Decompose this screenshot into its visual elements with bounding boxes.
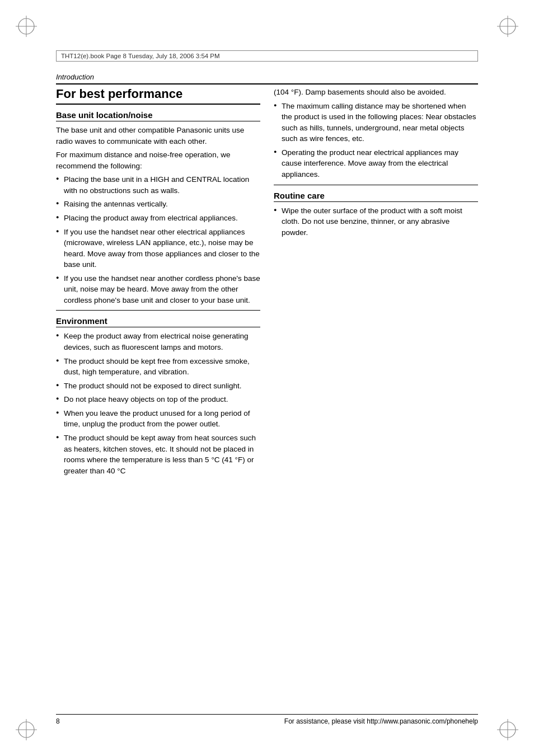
list-item: The product should be kept away from hea… <box>56 433 260 476</box>
list-item: Operating the product near electrical ap… <box>274 147 478 180</box>
corner-mark-tr <box>497 16 518 37</box>
list-item: When you leave the product unused for a … <box>56 408 260 430</box>
footer-page-num: 8 <box>56 717 60 725</box>
file-info-bar: THT12(e).book Page 8 Tuesday, July 18, 2… <box>56 50 478 62</box>
list-item: The product should not be exposed to dir… <box>56 381 260 392</box>
footer-url: For assistance, please visit http://www.… <box>284 717 478 725</box>
list-item: Placing the base unit in a HIGH and CENT… <box>56 174 260 196</box>
footer-bar: 8 For assistance, please visit http://ww… <box>56 714 478 725</box>
base-unit-intro2: For maximum distance and noise-free oper… <box>56 149 260 171</box>
right-column: (104 °F). Damp basements should also be … <box>274 87 478 700</box>
base-unit-bullet-list: Placing the base unit in a HIGH and CENT… <box>56 174 260 306</box>
corner-mark-br <box>497 719 518 740</box>
list-item: The product should be kept free from exc… <box>56 356 260 378</box>
file-info-text: THT12(e).book Page 8 Tuesday, July 18, 2… <box>61 53 220 59</box>
continued-text: (104 °F). Damp basements should also be … <box>274 87 478 98</box>
corner-mark-tl <box>16 16 37 37</box>
list-item: Do not place heavy objects on top of the… <box>56 394 260 405</box>
base-unit-intro1: The base unit and other compatible Panas… <box>56 125 260 147</box>
routine-care-bullet-list: Wipe the outer surface of the product wi… <box>274 205 478 238</box>
section-label-bar: Introduction <box>56 73 478 84</box>
routine-care-heading: Routine care <box>274 191 478 202</box>
right-bullet-list-1: The maximum calling distance may be shor… <box>274 101 478 180</box>
divider-routine-care <box>274 185 478 185</box>
section-label: Introduction <box>56 73 94 81</box>
list-item: The maximum calling distance may be shor… <box>274 101 478 144</box>
list-item: If you use the handset near another cord… <box>56 273 260 306</box>
corner-mark-bl <box>16 719 37 740</box>
list-item: Wipe the outer surface of the product wi… <box>274 205 478 238</box>
list-item: If you use the handset near other electr… <box>56 227 260 270</box>
list-item: Keep the product away from electrical no… <box>56 331 260 353</box>
base-unit-heading: Base unit location/noise <box>56 110 260 121</box>
page: THT12(e).book Page 8 Tuesday, July 18, 2… <box>0 0 534 756</box>
list-item: Placing the product away from electrical… <box>56 213 260 224</box>
list-item: Raising the antennas vertically. <box>56 199 260 210</box>
environment-bullet-list: Keep the product away from electrical no… <box>56 331 260 476</box>
environment-heading: Environment <box>56 316 260 327</box>
left-column: For best performance Base unit location/… <box>56 87 260 700</box>
divider-environment <box>56 310 260 311</box>
page-title: For best performance <box>56 87 260 105</box>
main-content: For best performance Base unit location/… <box>56 87 478 700</box>
